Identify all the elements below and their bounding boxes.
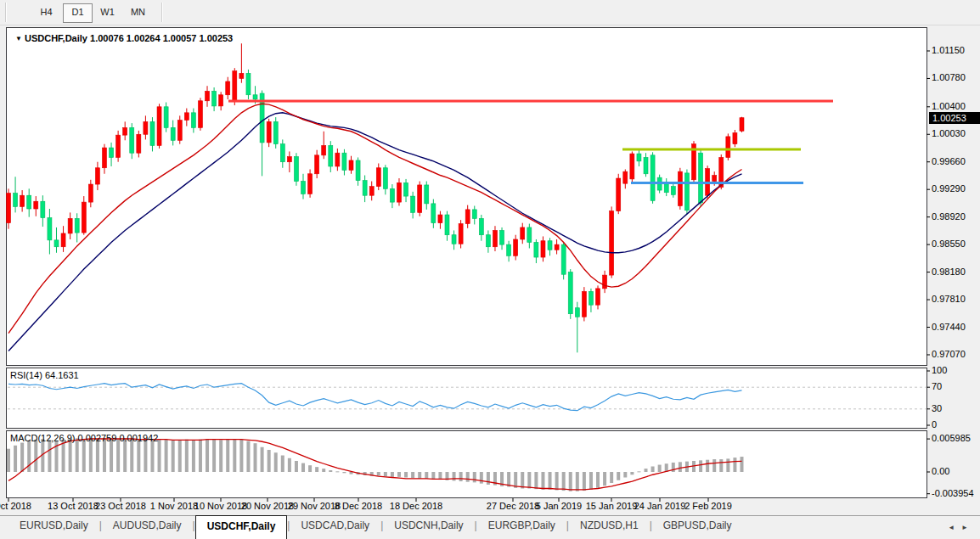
date-axis-label: 4 Oct 2018 bbox=[0, 501, 31, 511]
date-axis-label: 29 Nov 2018 bbox=[288, 501, 341, 511]
date-axis-label: 24 Jan 2019 bbox=[634, 501, 686, 511]
price-axis-label: 1.00400 bbox=[932, 101, 966, 111]
date-axis-label: 13 Oct 2018 bbox=[48, 501, 99, 511]
tab-usdcnh[interactable]: USDCNH,Daily bbox=[383, 516, 474, 538]
tab-audusd[interactable]: AUDUSD,Daily bbox=[102, 516, 193, 538]
rsi-indicator-label: RSI(14) 64.1631 bbox=[10, 370, 79, 380]
price-axis-label: 0.98180 bbox=[932, 267, 966, 277]
date-axis-label: 8 Dec 2018 bbox=[335, 501, 382, 511]
tab-eurgbp[interactable]: EURGBP,Daily bbox=[477, 516, 566, 538]
price-axis-label: 1.00030 bbox=[932, 128, 966, 138]
tab-eurusd[interactable]: EURUSD,Daily bbox=[8, 516, 99, 538]
price-axis-label: 0.99660 bbox=[932, 156, 966, 166]
tab-gbpusd[interactable]: GBPUSD,Daily bbox=[652, 516, 743, 538]
rsi-axis-label: 100 bbox=[932, 365, 947, 375]
timeframe-button-h4[interactable]: H4 bbox=[32, 3, 60, 21]
price-axis-label: 0.99290 bbox=[932, 183, 966, 194]
date-axis-label: 15 Jan 2019 bbox=[586, 501, 638, 511]
rsi-axis-label: 30 bbox=[932, 403, 942, 413]
price-axis-label: 0.98550 bbox=[932, 239, 966, 249]
date-axis-label: 18 Dec 2018 bbox=[390, 501, 442, 511]
current-price-tag: 1.00253 bbox=[929, 112, 980, 124]
macd-axis-label: 0.005985 bbox=[932, 433, 971, 443]
price-axis-label: 1.01150 bbox=[932, 45, 965, 55]
date-axis-label: 2 Feb 2019 bbox=[684, 501, 732, 511]
chart-symbol-label: USDCHF,Daily bbox=[25, 33, 87, 43]
price-axis-label: 0.97810 bbox=[932, 294, 966, 304]
timeframe-toolbar: H4D1W1MN bbox=[0, 0, 980, 25]
price-axis-label: 1.00780 bbox=[932, 72, 966, 82]
date-axis-label: 5 Jan 2019 bbox=[536, 501, 582, 511]
chart-tab-bar: EURUSD,Daily|AUDUSD,Daily|USDCHF,Daily|U… bbox=[0, 515, 980, 539]
rsi-axis-label: 0 bbox=[932, 419, 937, 430]
toolbar-separator bbox=[161, 3, 163, 22]
chart-ohlc-values: 1.00076 1.00264 1.00057 1.00253 bbox=[90, 33, 233, 43]
toolbar-separator bbox=[5, 3, 7, 22]
date-axis-label: 23 Oct 2018 bbox=[95, 501, 146, 511]
mt4-window: { "toolbar": { "buttons": [ {"label": "H… bbox=[0, 0, 980, 539]
timeframe-button-w1[interactable]: W1 bbox=[93, 3, 121, 21]
rsi-indicator-panel[interactable] bbox=[6, 368, 927, 429]
symbol-dropdown-icon[interactable]: ▼ bbox=[15, 35, 22, 42]
chart-title: ▼ USDCHF,Daily 1.00076 1.00264 1.00057 1… bbox=[15, 33, 233, 43]
date-axis-label: 1 Nov 2018 bbox=[150, 501, 198, 511]
rsi-axis-label: 70 bbox=[932, 381, 942, 391]
tab-usdcad[interactable]: USDCAD,Daily bbox=[290, 516, 380, 538]
tab-scroll-left-icon[interactable]: ◄ bbox=[948, 524, 961, 531]
macd-indicator-label: MACD(12,26,9) 0.002759 0.001942 bbox=[10, 433, 158, 443]
tab-scroll-right-icon[interactable]: ► bbox=[961, 524, 975, 531]
price-axis-label: 0.97070 bbox=[932, 349, 966, 359]
macd-axis-label: 0.00 bbox=[932, 466, 949, 476]
price-axis-label: 0.97440 bbox=[932, 322, 966, 332]
tab-scroll-arrows: ◄► bbox=[948, 524, 975, 531]
macd-axis-label: -0.003954 bbox=[932, 488, 974, 498]
price-axis-label: 0.98920 bbox=[932, 211, 966, 222]
timeframe-button-mn[interactable]: MN bbox=[124, 3, 152, 21]
timeframe-button-d1[interactable]: D1 bbox=[63, 3, 93, 23]
tab-usdchf[interactable]: USDCHF,Daily bbox=[195, 515, 288, 539]
price-chart-panel[interactable] bbox=[6, 27, 927, 366]
date-axis-label: 20 Nov 2018 bbox=[241, 501, 294, 511]
date-axis-label: 10 Nov 2018 bbox=[194, 501, 247, 511]
chart-tabs: EURUSD,Daily|AUDUSD,Daily|USDCHF,Daily|U… bbox=[8, 516, 742, 539]
date-axis-label: 27 Dec 2018 bbox=[487, 501, 539, 511]
tab-nzdusd[interactable]: NZDUSD,H1 bbox=[569, 516, 650, 538]
